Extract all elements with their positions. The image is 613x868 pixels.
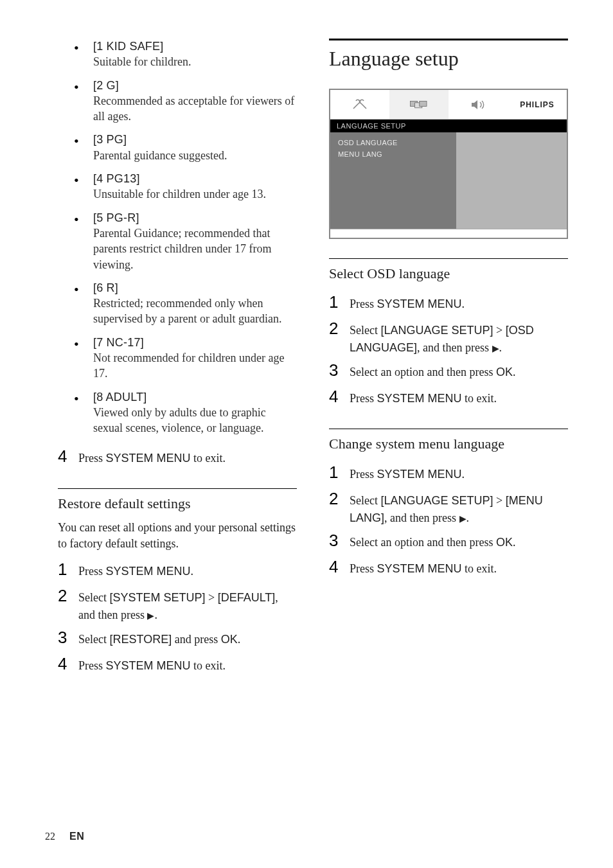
restore-intro: You can reset all options and your perso…: [58, 520, 297, 552]
step-number: 4: [58, 444, 67, 469]
step-item: 4 Press SYSTEM MENU to exit.: [58, 444, 297, 469]
restore-steps: 1 Press SYSTEM MENU. 2 Select [SYSTEM SE…: [58, 557, 297, 677]
rating-item: [4 PG13]Unsuitable for children under ag…: [74, 171, 297, 202]
step-number: 4: [58, 651, 67, 677]
step-item: 2Select [LANGUAGE SETUP] > [MENU LANG], …: [329, 486, 568, 527]
rating-label: [3 PG]: [93, 133, 127, 146]
step-item: 3Select an option and then press OK.: [329, 528, 568, 553]
rating-label: [7 NC-17]: [93, 336, 144, 349]
rating-label: [6 R]: [93, 281, 118, 294]
osd-title: LANGUAGE SETUP: [330, 120, 567, 132]
osd-tab-bar: PHILIPS: [330, 90, 567, 120]
rating-desc: Not recommended for children under age 1…: [93, 350, 297, 382]
right-arrow-icon: ▶: [492, 344, 499, 353]
step-text: Select [SYSTEM SETUP] > [DEFAULT], and t…: [78, 589, 297, 624]
step-text: Select [RESTORE] and press OK.: [78, 631, 297, 648]
rating-label: [8 ADULT]: [93, 391, 147, 403]
right-arrow-icon: ▶: [147, 611, 154, 621]
divider: [58, 488, 297, 489]
step-text: Select [LANGUAGE SETUP] > [MENU LANG], a…: [350, 492, 568, 527]
step-item: 3 Select [RESTORE] and press OK.: [58, 625, 297, 650]
step-item: 1Press SYSTEM MENU.: [329, 290, 568, 315]
rating-item: [1 KID SAFE]Suitable for children.: [74, 39, 297, 70]
step-item: 2 Select [SYSTEM SETUP] > [DEFAULT], and…: [58, 583, 297, 624]
rating-item: [3 PG]Parental guidance suggested.: [74, 132, 297, 163]
step-number: 3: [329, 358, 338, 383]
step-text: Press SYSTEM MENU.: [78, 563, 297, 580]
audio-tab-icon: [449, 90, 508, 119]
step-number: 1: [329, 460, 338, 485]
osd-menu-list: OSD LANGUAGE MENU LANG: [330, 132, 456, 229]
step-number: 2: [329, 316, 338, 341]
restore-heading: Restore default settings: [58, 495, 297, 512]
step-item: 4 Press SYSTEM MENU to exit.: [58, 651, 297, 677]
page-number: 22: [45, 831, 55, 842]
rating-desc: Viewed only by adults due to graphic sex…: [93, 405, 297, 436]
step-number: 4: [329, 384, 338, 409]
rating-label: [1 KID SAFE]: [93, 40, 163, 53]
step-item: 4Press SYSTEM MENU to exit.: [329, 384, 568, 409]
rating-item: [2 G]Recommended as acceptable for viewe…: [74, 78, 297, 125]
step-number: 2: [329, 486, 338, 511]
step-text: Press SYSTEM MENU.: [350, 296, 568, 313]
step-text: Select an option and then press OK.: [350, 364, 568, 381]
rating-item: [8 ADULT]Viewed only by adults due to gr…: [74, 389, 297, 436]
rating-label: [4 PG13]: [93, 172, 140, 185]
osd-screenshot: PHILIPS LANGUAGE SETUP OSD LANGUAGE MENU…: [329, 89, 568, 239]
select-osd-heading: Select OSD language: [329, 265, 568, 282]
change-menu-lang-steps: 1Press SYSTEM MENU. 2Select [LANGUAGE SE…: [329, 460, 568, 580]
rating-item: [5 PG-R]Parental Guidance; recommended t…: [74, 210, 297, 272]
step-text: Select [LANGUAGE SETUP] > [OSD LANGUAGE]…: [350, 322, 568, 357]
rating-item: [6 R]Restricted; recommended only when s…: [74, 280, 297, 327]
step-text: Select an option and then press OK.: [350, 534, 568, 551]
divider: [329, 258, 568, 259]
osd-footer: [330, 229, 567, 238]
right-column: Language setup PHILIPS: [329, 39, 568, 678]
page-footer: 22 EN: [45, 831, 84, 842]
settings-tab-icon: [330, 90, 389, 119]
osd-content-pane: [456, 132, 567, 229]
step-number: 1: [58, 557, 67, 582]
rating-desc: Parental guidance suggested.: [93, 148, 297, 163]
step-text: Press SYSTEM MENU.: [350, 466, 568, 483]
osd-menu-item: MENU LANG: [338, 150, 449, 158]
rating-desc: Restricted; recommended only when superv…: [93, 296, 297, 327]
rating-desc: Unsuitable for children under age 13.: [93, 186, 297, 202]
rating-item: [7 NC-17]Not recommended for children un…: [74, 335, 297, 382]
rating-label: [2 G]: [93, 79, 119, 92]
brand-tab: PHILIPS: [508, 90, 567, 119]
brand-label: PHILIPS: [520, 100, 555, 109]
flags-icon: [409, 97, 429, 112]
rating-desc: Suitable for children.: [93, 54, 297, 69]
change-menu-lang-heading: Change system menu language: [329, 436, 568, 452]
osd-body: OSD LANGUAGE MENU LANG: [330, 132, 567, 229]
step-number: 3: [329, 528, 338, 553]
step-number: 1: [329, 290, 338, 315]
step-number: 2: [58, 583, 67, 608]
rating-label: [5 PG-R]: [93, 211, 139, 224]
ratings-list: [1 KID SAFE]Suitable for children. [2 G]…: [58, 39, 297, 436]
right-arrow-icon: ▶: [459, 514, 466, 524]
select-osd-steps: 1Press SYSTEM MENU. 2Select [LANGUAGE SE…: [329, 290, 568, 409]
heading-rule: [329, 39, 568, 40]
osd-menu-item: OSD LANGUAGE: [338, 139, 449, 146]
speaker-icon: [468, 97, 488, 112]
svg-rect-2: [420, 101, 427, 106]
rating-desc: Recommended as acceptable for viewers of…: [93, 93, 297, 125]
language-tab-icon: [389, 90, 449, 119]
step-number: 4: [329, 554, 338, 580]
language-setup-heading: Language setup: [329, 47, 568, 71]
page-language: EN: [69, 831, 84, 842]
step-item: 1 Press SYSTEM MENU.: [58, 557, 297, 582]
step-text: Press SYSTEM MENU to exit.: [78, 450, 297, 467]
step-text: Press SYSTEM MENU to exit.: [78, 657, 297, 675]
divider: [329, 429, 568, 429]
rating-desc: Parental Guidance; recommended that pare…: [93, 226, 297, 272]
step-number: 3: [58, 625, 67, 650]
step-item: 4Press SYSTEM MENU to exit.: [329, 554, 568, 580]
step-item: 2Select [LANGUAGE SETUP] > [OSD LANGUAGE…: [329, 316, 568, 357]
left-column: [1 KID SAFE]Suitable for children. [2 G]…: [45, 39, 297, 678]
step-text: Press SYSTEM MENU to exit.: [350, 560, 568, 578]
tools-icon: [350, 97, 370, 112]
step-item: 3Select an option and then press OK.: [329, 358, 568, 383]
